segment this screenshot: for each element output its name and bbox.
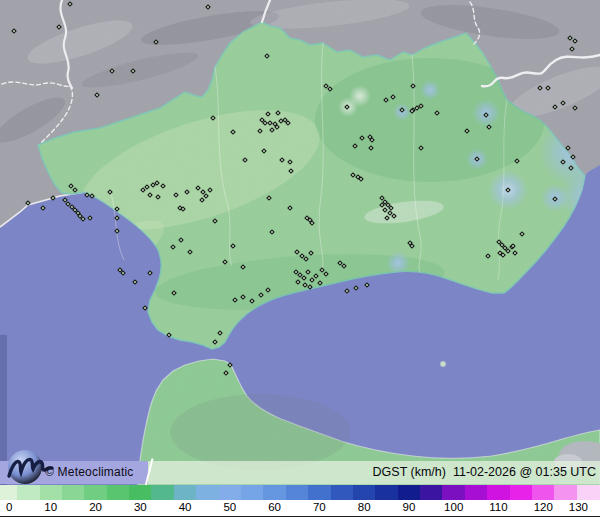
terrain-grain xyxy=(0,0,600,485)
scale-tick-label: 80 xyxy=(358,501,371,513)
scale-tick-label: 0 xyxy=(6,501,12,513)
scale-tick-label: 60 xyxy=(268,501,281,513)
scale-tick-label: 10 xyxy=(44,501,57,513)
scale-tick-label: 90 xyxy=(403,501,416,513)
gust-map xyxy=(0,0,600,485)
scale-tick-label: 100 xyxy=(444,501,463,513)
scale-tick-label: 20 xyxy=(89,501,102,513)
copyright-label: © Meteoclimatic xyxy=(45,461,134,484)
caption-band: © Meteoclimatic DGST (km/h) 11-02-2026 @… xyxy=(0,461,600,484)
scale-tick-label: 110 xyxy=(489,501,507,513)
scale-tick-label: 130 xyxy=(569,501,588,513)
scale-tick-label: 120 xyxy=(534,501,553,513)
scale-tick-label: 30 xyxy=(134,501,147,513)
map-caption: DGST (km/h) 11-02-2026 @ 01:35 UTC xyxy=(373,461,596,484)
color-scale-gradient xyxy=(0,485,600,500)
scale-tick-label: 50 xyxy=(223,501,236,513)
scale-tick-label: 40 xyxy=(179,501,192,513)
weather-map-screen: © Meteoclimatic DGST (km/h) 11-02-2026 @… xyxy=(0,0,600,517)
color-scale-labels: 0102030405060708090100110120130 xyxy=(0,500,600,517)
scale-tick-label: 70 xyxy=(313,501,326,513)
